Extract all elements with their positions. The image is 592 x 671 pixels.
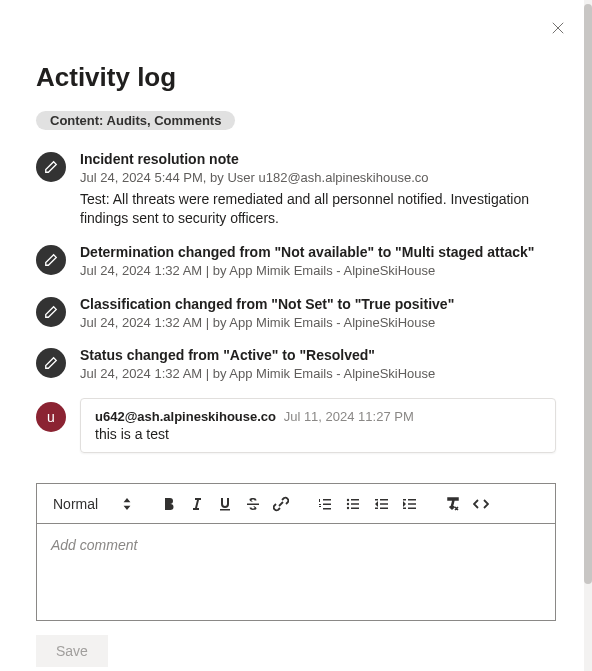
ordered-list-button[interactable] [312,491,338,517]
italic-icon [189,496,205,512]
entries-list: Incident resolution note Jul 24, 2024 5:… [36,150,556,453]
entry-body: Test: All threats were remediated and al… [80,190,556,229]
comment-text: this is a test [95,426,541,442]
edit-icon [36,245,66,275]
indent-icon [401,496,417,512]
format-select[interactable]: Normal [47,492,138,516]
entry-title: Incident resolution note [80,150,556,169]
outdent-icon [373,496,389,512]
entry-meta: Jul 24, 2024 1:32 AM | by App Mimik Emai… [80,262,556,281]
clear-format-icon [445,496,461,512]
chevron-updown-icon [122,498,132,510]
ordered-list-icon [317,496,333,512]
page-title: Activity log [36,62,556,93]
strikethrough-icon [245,496,261,512]
user-avatar: u [36,402,66,432]
italic-button[interactable] [184,491,210,517]
editor-toolbar: Normal [37,484,555,524]
indent-button[interactable] [396,491,422,517]
content-filter-pill[interactable]: Content: Audits, Comments [36,111,235,130]
close-button[interactable] [548,18,568,38]
comment-editor: Normal [36,483,556,621]
format-label: Normal [53,496,98,512]
svg-point-2 [347,498,349,500]
strikethrough-button[interactable] [240,491,266,517]
code-icon [473,496,489,512]
close-icon [551,21,565,35]
comment-entry: u u642@ash.alpineskihouse.co Jul 11, 202… [36,398,556,453]
entry-title: Determination changed from "Not availabl… [80,243,556,262]
underline-icon [217,496,233,512]
entry-meta: Jul 24, 2024 1:32 AM | by App Mimik Emai… [80,365,556,384]
entry-title: Status changed from "Active" to "Resolve… [80,346,556,365]
comment-user: u642@ash.alpineskihouse.co [95,409,276,424]
comment-textarea[interactable]: Add comment [37,524,555,620]
link-button[interactable] [268,491,294,517]
clear-format-button[interactable] [440,491,466,517]
vertical-scrollbar[interactable] [584,0,592,671]
editor-placeholder: Add comment [51,537,137,553]
comment-card: u642@ash.alpineskihouse.co Jul 11, 2024 … [80,398,556,453]
edit-icon [36,297,66,327]
svg-point-4 [347,506,349,508]
log-entry: Status changed from "Active" to "Resolve… [36,346,556,384]
unordered-list-button[interactable] [340,491,366,517]
log-entry: Incident resolution note Jul 24, 2024 5:… [36,150,556,229]
comment-timestamp: Jul 11, 2024 11:27 PM [284,409,414,424]
entry-meta: Jul 24, 2024 5:44 PM, by User u182@ash.a… [80,169,556,188]
entry-title: Classification changed from "Not Set" to… [80,295,556,314]
save-button[interactable]: Save [36,635,108,667]
bold-icon [161,496,177,512]
unordered-list-icon [345,496,361,512]
scrollbar-thumb[interactable] [584,4,592,584]
edit-icon [36,152,66,182]
edit-icon [36,348,66,378]
entry-meta: Jul 24, 2024 1:32 AM | by App Mimik Emai… [80,314,556,333]
svg-point-3 [347,502,349,504]
log-entry: Classification changed from "Not Set" to… [36,295,556,333]
log-entry: Determination changed from "Not availabl… [36,243,556,281]
link-icon [273,496,289,512]
underline-button[interactable] [212,491,238,517]
bold-button[interactable] [156,491,182,517]
outdent-button[interactable] [368,491,394,517]
code-button[interactable] [468,491,494,517]
activity-log-panel: Activity log Content: Audits, Comments I… [0,0,592,671]
